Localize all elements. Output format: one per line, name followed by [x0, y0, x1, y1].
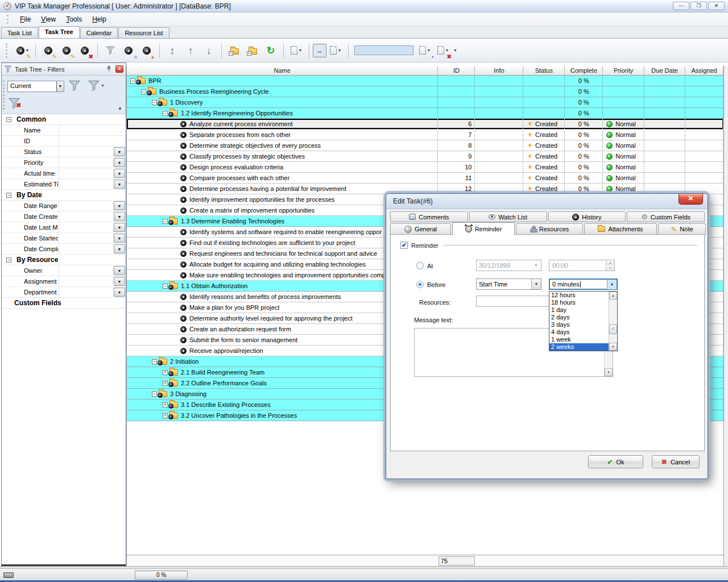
- filter-row-id[interactable]: ID: [2, 136, 126, 147]
- before-radio[interactable]: [416, 281, 424, 288]
- filter-row-estimated-ti[interactable]: Estimated Ti▼: [2, 179, 126, 190]
- filter-row-department[interactable]: Department▼: [2, 287, 126, 298]
- reminder-checkbox[interactable]: ✔: [400, 242, 408, 249]
- task-priority-button[interactable]: ▲: [139, 43, 155, 59]
- chevron-down-icon[interactable]: ▼: [56, 81, 64, 92]
- tree-row[interactable]: Compare processes with each other11☀Crea…: [127, 173, 723, 184]
- chevron-down-icon[interactable]: ▼: [114, 223, 125, 232]
- column-header-priority[interactable]: Priority: [603, 66, 644, 76]
- delete-task-button[interactable]: ✖: [77, 43, 93, 59]
- dialog-tab-note[interactable]: ✎Note: [658, 223, 706, 235]
- collapse-all-button[interactable]: −: [226, 43, 242, 59]
- dialog-tab-history[interactable]: History: [548, 211, 626, 222]
- column-header-assigned[interactable]: Assigned: [685, 66, 723, 76]
- task-time-button[interactable]: ≡: [121, 43, 136, 59]
- menu-file[interactable]: File: [15, 13, 36, 26]
- cancel-button[interactable]: ✖Cancel: [652, 455, 700, 468]
- toolbar-overflow-button[interactable]: ▼: [453, 48, 457, 52]
- collapse-icon[interactable]: −: [141, 89, 146, 94]
- collapse-icon[interactable]: −: [163, 111, 168, 116]
- filter-row-priority[interactable]: Priority▼: [2, 157, 126, 168]
- column-header-name[interactable]: Name: [127, 66, 438, 76]
- tree-row[interactable]: Classify processes by strategic objectiv…: [127, 151, 723, 162]
- filter-row-assignment[interactable]: Assignment▼: [2, 276, 126, 287]
- before-offset-combo[interactable]: 0 minutes ▼: [549, 278, 618, 290]
- tree-row[interactable]: Analyze current process environment6☀Cre…: [127, 119, 723, 130]
- filter-button[interactable]: [102, 43, 118, 59]
- filter-row-date-comple[interactable]: Date Comple▼: [2, 244, 126, 255]
- expand-all-button[interactable]: +: [245, 43, 260, 59]
- chevron-down-icon[interactable]: ▼: [114, 212, 125, 221]
- filter-toolbar-overflow[interactable]: ▼: [118, 106, 122, 111]
- tree-row[interactable]: Separate processes from each other7☀Crea…: [127, 130, 723, 140]
- before-anchor-select[interactable]: Start Time ▼: [476, 278, 541, 290]
- new-task-button[interactable]: ✎▼: [15, 43, 31, 59]
- move-down-button[interactable]: ↓: [201, 43, 217, 59]
- spin-up-icon[interactable]: ▲: [606, 260, 614, 265]
- dialog-tab-attachments[interactable]: Attachments: [584, 223, 657, 235]
- dropdown-option[interactable]: 12 hours: [549, 292, 609, 299]
- move-task-button[interactable]: ↕: [164, 43, 180, 59]
- menu-tools[interactable]: Tools: [61, 13, 87, 26]
- at-radio[interactable]: [416, 262, 424, 269]
- expand-icon[interactable]: +: [163, 402, 168, 408]
- tree-row[interactable]: −1.2 Identify Reengineering Opportunitie…: [127, 108, 723, 119]
- refresh-button[interactable]: ↻: [263, 43, 279, 59]
- menu-help[interactable]: Help: [87, 13, 111, 26]
- chevron-down-icon[interactable]: ▼: [114, 244, 125, 253]
- expand-icon[interactable]: +: [163, 413, 168, 418]
- dialog-tab-comments[interactable]: Comments: [390, 211, 468, 222]
- menu-view[interactable]: View: [36, 13, 61, 26]
- apply-filter-button[interactable]: [69, 80, 80, 91]
- chevron-down-icon[interactable]: ▼: [114, 234, 125, 243]
- column-chooser-button[interactable]: ▼: [328, 43, 344, 59]
- filter-row-date-range[interactable]: Date Range▼: [2, 201, 126, 211]
- clear-filter-button[interactable]: ✖: [9, 97, 21, 109]
- filter-section-custom-fields[interactable]: Custom Fields: [2, 298, 126, 309]
- filter-preset-select[interactable]: Current▼: [7, 81, 64, 92]
- at-time-field[interactable]: 00:00 ▲▼: [549, 260, 615, 271]
- restore-button[interactable]: ❐: [690, 2, 707, 10]
- edit-task-button[interactable]: ✎: [59, 43, 75, 59]
- collapse-icon[interactable]: −: [163, 219, 168, 224]
- chevron-down-icon[interactable]: ▼: [114, 288, 125, 297]
- chevron-down-icon[interactable]: ▼: [607, 280, 617, 289]
- dialog-tab-general[interactable]: General: [390, 223, 451, 235]
- move-up-button[interactable]: ↑: [183, 43, 198, 59]
- chevron-down-icon[interactable]: ▼: [114, 169, 125, 178]
- scroll-down-icon[interactable]: ▼: [609, 343, 617, 351]
- save-filter-button[interactable]: ▼: [88, 80, 105, 91]
- fit-width-toggle[interactable]: ↔: [313, 44, 326, 57]
- dropdown-option[interactable]: 3 days: [549, 321, 609, 329]
- minimize-button[interactable]: —: [673, 2, 689, 10]
- save-layout-button[interactable]: ▪▼: [417, 43, 433, 59]
- dialog-tab-resources[interactable]: Resources: [516, 223, 583, 235]
- filter-row-date-last-m[interactable]: Date Last M▼: [2, 222, 126, 233]
- tab-task-tree[interactable]: Task Tree: [39, 26, 80, 38]
- tree-row[interactable]: −1 Discovery0 %: [127, 97, 723, 108]
- collapse-icon[interactable]: −: [152, 359, 157, 364]
- filter-row-actual-time[interactable]: Actual time▼: [2, 168, 126, 179]
- chevron-down-icon[interactable]: ▼: [114, 277, 125, 286]
- dropdown-option[interactable]: 2 days: [549, 314, 609, 321]
- ok-button[interactable]: ✔Ok: [588, 455, 643, 468]
- chevron-down-icon[interactable]: ▼: [114, 158, 125, 167]
- dialog-close-button[interactable]: ✕: [679, 194, 703, 205]
- dropdown-option[interactable]: 1 day: [549, 306, 609, 314]
- collapse-icon[interactable]: −: [6, 257, 11, 263]
- dialog-tab-watch-list[interactable]: Watch List: [469, 211, 547, 222]
- tree-row[interactable]: Determine strategic objectives of every …: [127, 140, 723, 151]
- scroll-thumb[interactable]: [609, 325, 617, 334]
- chevron-down-icon[interactable]: ▼: [114, 180, 125, 189]
- chevron-down-icon[interactable]: ▼: [531, 279, 541, 289]
- collapse-icon[interactable]: −: [130, 78, 135, 84]
- filter-row-date-create[interactable]: Date Create▼: [2, 211, 126, 222]
- pin-icon[interactable]: [106, 66, 112, 72]
- dropdown-option[interactable]: 1 week: [549, 336, 609, 343]
- dialog-title-bar[interactable]: Edit Task(#6): [386, 194, 708, 209]
- column-header-id[interactable]: ID: [438, 66, 475, 76]
- scroll-up-icon[interactable]: ▲: [609, 292, 617, 300]
- spin-down-icon[interactable]: ▼: [606, 265, 614, 271]
- dropdown-option[interactable]: 18 hours: [549, 299, 609, 306]
- close-button[interactable]: ✕: [708, 2, 725, 10]
